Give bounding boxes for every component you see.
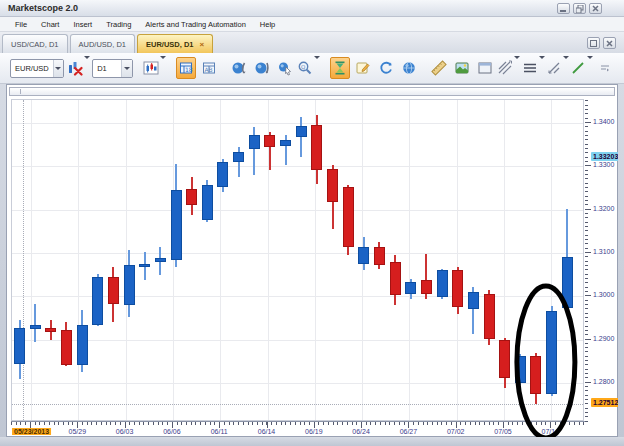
price-axis-tick	[585, 100, 588, 101]
chevron-down-icon[interactable]	[121, 60, 132, 77]
candle-body	[530, 356, 541, 394]
chevron-down-icon[interactable]	[587, 59, 593, 77]
horizontal-gridline	[12, 253, 583, 254]
candle-body	[546, 311, 557, 394]
time-axis-tick	[498, 422, 499, 425]
window-layout-button[interactable]	[475, 57, 495, 79]
tab-audusd-d1[interactable]: AUD/USD, D1	[70, 34, 136, 53]
trendlines-icon	[546, 60, 562, 76]
save-image-button[interactable]	[452, 57, 472, 79]
menu-item-insert[interactable]: Insert	[66, 19, 99, 30]
vertical-gridline	[78, 100, 79, 420]
time-axis-tick	[158, 422, 159, 425]
price-axis-tick	[585, 144, 588, 145]
price-axis-tick	[585, 105, 588, 106]
chevron-down-icon[interactable]	[514, 59, 520, 77]
tab-close-icon[interactable]: ×	[200, 40, 205, 49]
vertical-gridline	[31, 100, 32, 420]
time-axis-tick	[512, 422, 513, 425]
close-button[interactable]	[589, 3, 602, 14]
time-axis-tick	[243, 422, 244, 425]
tab-close-button[interactable]	[603, 37, 616, 49]
tab-restore-button[interactable]	[587, 37, 600, 49]
time-axis-tick	[323, 422, 324, 425]
magnify-button[interactable]: Q	[298, 57, 319, 79]
ask-price-toggle[interactable]: AB	[199, 57, 219, 79]
tab-usdcad-d1[interactable]: USD/CAD, D1	[2, 34, 68, 53]
price-axis-tick	[585, 317, 588, 318]
time-axis-tick	[318, 422, 319, 425]
chevron-down-icon[interactable]	[160, 59, 166, 77]
tab-eurusd-d1[interactable]: EUR/USD, D1×	[137, 34, 213, 53]
time-axis-tick	[120, 422, 121, 425]
chevron-down-icon[interactable]	[539, 59, 545, 77]
candle-body	[217, 162, 228, 187]
time-axis-tick	[167, 422, 168, 425]
time-axis-tick	[418, 422, 419, 425]
chevron-down-icon[interactable]	[53, 60, 63, 77]
price-axis-tick	[585, 122, 591, 123]
menu-item-file[interactable]: File	[8, 19, 34, 30]
close-symbol-button[interactable]	[68, 57, 89, 79]
time-axis-tick	[375, 422, 376, 425]
chart-panel[interactable]: 1.34001.33001.32001.31001.30001.29001.28…	[6, 84, 618, 437]
menu-item-help[interactable]: Help	[253, 19, 282, 30]
restore-button[interactable]	[573, 3, 586, 14]
time-axis-tick	[493, 422, 494, 425]
chevron-down-icon[interactable]	[84, 59, 90, 77]
zoom-out-button[interactable]	[229, 57, 249, 79]
time-axis-tick	[281, 422, 282, 425]
time-axis-tick	[446, 422, 447, 425]
time-axis-tick	[101, 422, 102, 425]
chevron-down-icon[interactable]	[314, 59, 320, 77]
fibonacci-tool-button[interactable]	[498, 57, 519, 79]
price-axis-label: 1.3400	[593, 118, 614, 126]
title-bar: Marketscope 2.0	[0, 0, 624, 17]
toolbar-overflow-button[interactable]	[595, 57, 615, 79]
pointer-mode-button[interactable]	[275, 57, 295, 79]
restore-icon	[576, 5, 584, 13]
price-axis-tick	[585, 131, 588, 132]
window-frame-right	[618, 84, 624, 446]
web-button[interactable]	[399, 57, 419, 79]
ruler-button[interactable]	[429, 57, 449, 79]
menu-item-alerts-and-trading-automation[interactable]: Alerts and Trading Automation	[138, 19, 252, 30]
time-axis[interactable]: 05/23/201305/2906/0306/0606/1106/1406/19…	[11, 421, 585, 438]
line-tool-button[interactable]	[571, 57, 592, 79]
symbol-select[interactable]: EUR/USD	[10, 59, 64, 78]
zoom-in-button[interactable]	[252, 57, 272, 79]
date-axis-label: 06/27	[400, 428, 418, 435]
data-window-toggle[interactable]	[330, 57, 350, 79]
vertical-gridline	[409, 100, 410, 420]
refresh-icon	[378, 60, 394, 76]
price-axis-tick	[585, 321, 588, 322]
plot-area[interactable]	[11, 99, 584, 421]
time-axis-tick	[143, 422, 144, 425]
price-axis[interactable]: 1.34001.33001.32001.31001.30001.29001.28…	[585, 99, 618, 435]
trendline-tool-button[interactable]	[547, 57, 568, 79]
minimize-button[interactable]	[557, 3, 570, 14]
notes-button[interactable]	[353, 57, 373, 79]
horizontal-line-tool-button[interactable]	[523, 57, 544, 79]
time-axis-tick	[200, 422, 201, 425]
ruler-icon	[431, 60, 447, 76]
time-axis-tick	[560, 422, 561, 425]
menu-item-trading[interactable]: Trading	[99, 19, 138, 30]
period-select[interactable]: D1	[92, 59, 132, 78]
chevron-down-icon[interactable]	[563, 59, 569, 77]
refresh-button[interactable]	[376, 57, 396, 79]
time-axis-tick	[115, 422, 116, 425]
time-axis-tick	[333, 422, 334, 425]
candle-body	[233, 152, 244, 162]
bid-price-toggle[interactable]: 18	[176, 57, 196, 79]
chart-type-button[interactable]	[144, 57, 165, 79]
price-axis-tick	[585, 217, 588, 218]
candle-body	[484, 294, 495, 339]
candle-body	[280, 140, 291, 146]
menu-item-chart[interactable]: Chart	[34, 19, 66, 30]
price-axis-tick	[585, 243, 588, 244]
time-axis-tick	[186, 422, 187, 425]
price-axis-tick	[585, 395, 588, 396]
candle-body	[343, 187, 354, 247]
date-axis-label: 07/02	[447, 428, 465, 435]
